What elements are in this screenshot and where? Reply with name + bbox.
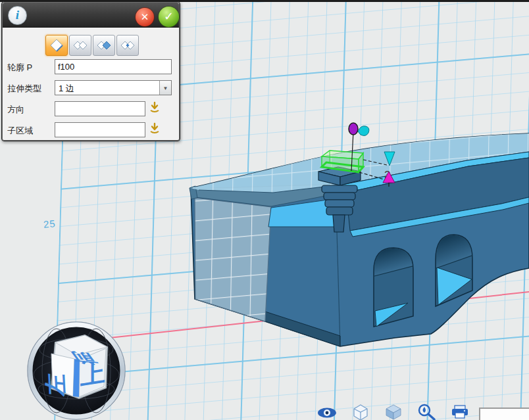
solid-cube-icon[interactable] xyxy=(386,405,401,419)
direction-label: 方向 xyxy=(7,104,24,116)
op-button-extrude-add[interactable] xyxy=(69,35,91,56)
profile-input[interactable] xyxy=(55,59,172,74)
extrude-type-select[interactable]: 1 边 ▼ xyxy=(55,80,172,95)
wireframe-cube-icon[interactable] xyxy=(354,405,367,420)
status-corner-box xyxy=(479,408,529,420)
op-button-extrude-cut[interactable] xyxy=(93,35,115,56)
visibility-eye-icon[interactable] xyxy=(318,408,336,418)
cancel-button[interactable]: ✕ xyxy=(136,8,154,26)
direction-pick-button[interactable] xyxy=(148,101,161,114)
subregion-input[interactable] xyxy=(55,122,145,137)
bottom-toolbar xyxy=(318,405,468,420)
op-button-extrude-intersect[interactable] xyxy=(116,35,139,56)
bridge-model[interactable]: 3 xyxy=(189,123,529,346)
rotate-handle-knob xyxy=(349,123,358,135)
zoom-magnifier-icon[interactable] xyxy=(419,405,434,419)
gold-arrow-icon xyxy=(148,101,161,114)
boolean-op-buttons xyxy=(45,35,139,56)
profile-label: 轮廓 P xyxy=(7,62,32,74)
gold-arrow-icon xyxy=(148,122,161,135)
view-cube-label-right[interactable]: 上 xyxy=(80,358,105,390)
view-cube-widget[interactable]: 前 左 上 xyxy=(28,322,125,419)
op-button-extrude-solid[interactable] xyxy=(45,35,68,56)
printer-icon[interactable] xyxy=(452,406,468,418)
dropdown-arrow-button[interactable]: ▼ xyxy=(159,81,171,95)
extrude-type-label: 拉伸类型 xyxy=(7,83,41,95)
direction-input[interactable] xyxy=(55,101,145,116)
dialog-header[interactable]: i ✕ ✓ xyxy=(3,3,179,28)
subregion-pick-button[interactable] xyxy=(148,122,161,135)
extrude-type-value: 1 边 xyxy=(59,83,74,95)
subregion-label: 子区域 xyxy=(7,125,33,137)
bridge-arch-1 xyxy=(374,248,413,327)
direction-handle-teardrop xyxy=(358,126,369,136)
view-cube-label-left[interactable]: 左 xyxy=(42,372,68,398)
confirm-button[interactable]: ✓ xyxy=(159,7,179,27)
info-icon: i xyxy=(8,6,27,25)
extrude-dialog: i ✕ ✓ xyxy=(1,1,180,141)
